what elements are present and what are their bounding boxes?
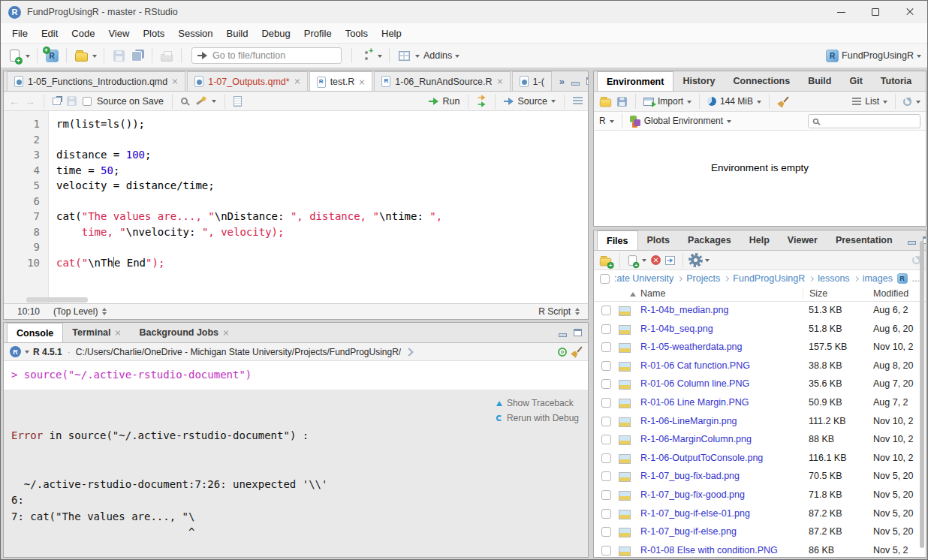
environment-scope-selector[interactable]: Global Environment [630, 116, 731, 126]
scope-selector[interactable]: (Top Level) [53, 306, 107, 317]
tab-connections[interactable]: Connections [724, 71, 799, 91]
file-name-link[interactable]: R-1-07_bug-if-else.png [640, 526, 737, 537]
save-document-icon[interactable] [67, 96, 77, 106]
editor-tab[interactable]: 1-( [512, 71, 552, 91]
tab-overflow-chevron-icon[interactable]: » [559, 76, 565, 87]
memory-usage-button[interactable]: 144 MiB [707, 96, 761, 107]
open-directory-icon[interactable] [405, 348, 414, 356]
upload-icon[interactable] [665, 256, 675, 265]
maximize-button[interactable] [858, 1, 893, 23]
file-row[interactable]: R-1-07_bug-fix-good.png71.8 KBNov 5, 20 [594, 486, 926, 505]
clear-objects-icon[interactable] [777, 96, 788, 107]
file-checkbox[interactable] [601, 490, 611, 500]
file-name-link[interactable]: R-01-08 Else with condition.PNG [640, 545, 778, 555]
horizontal-scrollbar-thumb[interactable] [26, 297, 88, 303]
tab-environment[interactable]: Environment [597, 71, 673, 92]
file-name-link[interactable]: R-01-06 Line Margin.PNG [640, 397, 749, 408]
file-checkbox[interactable] [601, 324, 611, 334]
new-project-button[interactable] [44, 47, 59, 65]
file-name-link[interactable]: R-01-06 Column line.PNG [640, 378, 749, 389]
back-button[interactable]: ← [9, 96, 20, 107]
rerun-with-debug-link[interactable]: Rerun with Debug [496, 413, 579, 423]
close-tab-icon[interactable] [223, 330, 229, 336]
code-line[interactable]: time, "\nvelocity: ", velocity); [56, 224, 588, 240]
language-selector[interactable]: R [599, 116, 614, 126]
save-button[interactable] [111, 47, 126, 65]
file-name-link[interactable]: R-1-06-OutputToConsole.png [640, 453, 763, 463]
breadcrumb-item[interactable]: Projects [686, 273, 720, 284]
tab-build[interactable]: Build [799, 71, 840, 91]
forward-button[interactable]: → [25, 96, 35, 107]
workspace-panes-button[interactable] [396, 47, 411, 65]
r-version-dropdown-caret[interactable] [25, 351, 29, 356]
open-in-new-window-icon[interactable] [53, 98, 61, 105]
print-button[interactable] [159, 47, 174, 65]
find-replace-icon[interactable] [181, 98, 188, 104]
refresh-dropdown-caret[interactable] [916, 101, 920, 106]
code-line[interactable]: rm(list=ls()); [56, 116, 588, 132]
file-checkbox[interactable] [601, 527, 611, 537]
close-tab-icon[interactable] [497, 79, 503, 85]
file-checkbox[interactable] [601, 306, 611, 315]
goto-file-input[interactable]: Go to file/function [191, 47, 342, 64]
code-line[interactable]: time = 50; [56, 163, 588, 179]
load-workspace-icon[interactable] [600, 99, 611, 107]
menu-item-tools[interactable]: Tools [339, 26, 375, 41]
column-header-size[interactable]: Size [803, 288, 827, 299]
console-tab-console[interactable]: Console [7, 323, 63, 343]
code-line[interactable] [56, 132, 588, 148]
menu-item-build[interactable]: Build [220, 26, 255, 41]
file-row[interactable]: R-1-07_bug-fix-bad.png70.5 KBNov 5, 20 [594, 468, 926, 486]
menu-item-code[interactable]: Code [65, 26, 101, 41]
more-options-caret[interactable] [705, 259, 710, 264]
import-dataset-button[interactable]: Import [643, 96, 691, 107]
workspace-panes-dropdown-caret[interactable] [415, 55, 420, 60]
code-tools-icon[interactable] [195, 96, 206, 107]
compile-report-icon[interactable] [234, 96, 242, 107]
vertical-scrollbar-thumb[interactable] [920, 241, 924, 548]
file-row[interactable]: R-01-06 Column line.PNG35.6 KBAug 7, 20 [594, 375, 926, 394]
close-tab-icon[interactable] [294, 79, 300, 85]
select-all-checkbox[interactable] [600, 274, 610, 284]
breadcrumb-item[interactable]: lessons [818, 273, 849, 284]
file-name-link[interactable]: R-1-07_bug-fix-bad.png [640, 471, 740, 481]
console-tab-terminal[interactable]: Terminal [63, 323, 130, 342]
tab-help[interactable]: Help [740, 230, 779, 250]
tab-viewer[interactable]: Viewer [779, 230, 827, 250]
menu-item-edit[interactable]: Edit [35, 26, 65, 41]
source-button[interactable]: Source [504, 96, 556, 107]
save-all-button[interactable] [130, 47, 145, 65]
file-checkbox[interactable] [601, 398, 611, 408]
tab-files[interactable]: Files [597, 230, 638, 251]
menu-item-file[interactable]: File [5, 26, 35, 41]
tab-git[interactable]: Git [840, 71, 871, 91]
sort-ascending-icon[interactable] [630, 292, 636, 297]
file-name-link[interactable]: R-01-06 Cat function.PNG [640, 360, 750, 371]
file-name-link[interactable]: R-1-06-LineMargin.png [640, 416, 737, 426]
breadcrumb-item[interactable]: images [863, 273, 893, 284]
environment-search-input[interactable] [808, 114, 920, 128]
file-checkbox[interactable] [601, 361, 611, 371]
file-name-link[interactable]: R-1-06-MarginColumn.png [640, 434, 752, 444]
file-row[interactable]: R-01-06 Cat function.PNG38.8 KBAug 8, 20 [594, 357, 926, 376]
code-line[interactable] [56, 194, 588, 209]
file-row[interactable]: R-1-04b_seq.png51.8 KBAug 6, 20 [594, 321, 926, 339]
rerun-button[interactable] [477, 95, 487, 107]
file-row[interactable]: R-01-08 Else with condition.PNG86 KBNov … [594, 542, 926, 557]
version-control-button[interactable] [359, 47, 374, 65]
code-line[interactable]: cat("The values are..., "\nDistance: ", … [56, 209, 588, 224]
source-on-save-checkbox[interactable] [83, 97, 92, 106]
editor-tab[interactable]: 1-05_Functions_Introduction.qmd [7, 71, 185, 91]
code-line[interactable]: velocity = distance/time; [56, 178, 588, 194]
file-checkbox[interactable] [601, 417, 611, 426]
run-button[interactable]: Run [429, 96, 459, 107]
close-tab-icon[interactable] [172, 79, 178, 85]
code-line[interactable]: distance = 100; [56, 147, 588, 163]
addins-button[interactable]: Addins [423, 47, 459, 65]
code-editor[interactable]: 12345678910 rm(list=ls()); distance = 10… [4, 111, 588, 303]
save-workspace-icon[interactable] [617, 97, 627, 107]
tab-plots[interactable]: Plots [638, 230, 679, 250]
menu-item-profile[interactable]: Profile [297, 26, 339, 41]
close-button[interactable] [893, 1, 927, 23]
delete-file-icon[interactable] [651, 255, 661, 265]
